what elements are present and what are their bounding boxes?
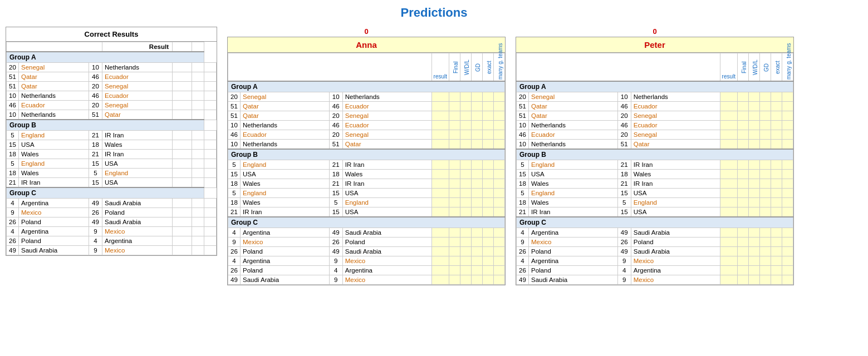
result-cell [720,101,737,111]
score-col-cell [749,228,760,237]
score-col-cell [760,160,771,169]
anna-score: 0 [227,27,506,37]
score-cell: 15 [617,207,631,217]
score-col-cell [460,207,472,217]
away-team-cell: Saudi Arabia [631,228,720,237]
score-col-cell [760,197,771,207]
away-team-cell: Poland [342,237,431,246]
score-col-cell [460,130,472,139]
seed-cell: 10 [7,110,19,120]
score-col-cell [494,130,505,139]
result-cell [431,228,449,237]
score-col-cell [483,130,494,139]
score-cell: 21 [89,150,102,159]
away-team-cell: Qatar [342,139,431,149]
score-col-cell [494,275,505,284]
home-team-cell: Argentina [19,199,89,208]
table-row: 49Saudi Arabia9Mexico [517,275,793,284]
empty-cell [192,236,204,246]
away-team-cell: Senegal [102,82,173,91]
score-col-cell [738,246,749,256]
empty-cell [192,82,204,91]
correct-results-header: Correct Results [6,27,217,42]
result-cell [173,82,192,91]
score-col-cell [782,256,793,265]
page-title: Predictions [6,6,862,20]
away-team-cell: Wales [631,169,720,179]
home-team-cell: Argentina [529,256,618,265]
score-col-cell [472,197,483,207]
score-col-cell [483,179,494,188]
score-col-cell [749,169,760,179]
score-cell: 51 [89,110,102,120]
empty-cell [192,227,204,236]
score-col-cell [494,265,505,275]
away-team-cell: IR Iran [631,179,720,188]
score-col-cell [782,228,793,237]
peter-col-exact: exact [771,53,782,81]
home-team-cell: England [241,160,330,169]
score-col-cell [771,228,782,237]
score-col-cell [738,256,749,265]
peter-header: Peter [516,37,793,53]
group-header-row: Group C [517,217,793,228]
away-team-cell: Netherlands [102,63,173,72]
score-col-cell [738,160,749,169]
table-row: 51Qatar46Ecuador [228,101,505,111]
score-col-cell [749,160,760,169]
score-col-cell [460,275,472,284]
away-team-cell: USA [102,178,173,188]
seed-cell: 49 [517,275,529,284]
score-col-cell [449,207,460,217]
table-row: 10Netherlands46Ecuador [7,91,217,101]
home-team-cell: Ecuador [19,101,89,110]
seed-cell: 5 [517,160,529,169]
away-team-cell: Senegal [342,111,431,120]
score-col-cell [760,92,771,101]
score-col-cell [449,92,460,101]
table-row: 26Poland4Argentina [7,236,217,246]
table-row: 26Poland49Saudi Arabia [517,246,793,256]
table-row: 18Wales5England [517,197,793,207]
seed-cell: 9 [517,237,529,246]
score-cell: 49 [617,228,631,237]
result-cell [720,265,737,275]
table-row: 4Argentina49Saudi Arabia [228,228,505,237]
empty-cell [192,208,204,217]
home-team-cell: Senegal [241,92,330,101]
empty-cell [192,169,204,178]
score-col-cell [472,111,483,120]
seed-cell: 26 [517,246,529,256]
table-row: 5England15USA [7,159,217,169]
empty-cell [204,131,217,140]
empty-cell [204,199,217,208]
result-cell [720,197,737,207]
score-col-cell [782,275,793,284]
home-team-cell: Senegal [19,63,89,72]
seed-cell: 21 [7,178,19,188]
score-col-cell [749,275,760,284]
home-team-cell: Argentina [529,228,618,237]
score-col-cell [738,101,749,111]
group-name-cell: Group A [228,81,505,92]
away-team-cell: Wales [102,140,173,150]
score-col-cell [771,179,782,188]
main-container: Correct Results Result Group A20Senegal1… [6,27,862,285]
score-col-cell [483,237,494,246]
empty-cell [192,159,204,169]
home-team-cell: Argentina [241,228,330,237]
away-team-cell: Ecuador [102,91,173,101]
table-row: 26Poland4Argentina [517,265,793,275]
score-col-cell [449,130,460,139]
score-cell: 51 [329,139,342,149]
seed-cell: 51 [228,101,241,111]
score-col-cell [472,256,483,265]
away-team-cell: Mexico [102,246,173,255]
seed-cell: 15 [517,169,529,179]
home-team-cell: Netherlands [19,110,89,120]
away-team-cell: IR Iran [342,160,431,169]
score-col-cell [738,197,749,207]
empty-cell [204,178,217,188]
result-cell [431,197,449,207]
table-row: 46Ecuador20Senegal [228,130,505,139]
